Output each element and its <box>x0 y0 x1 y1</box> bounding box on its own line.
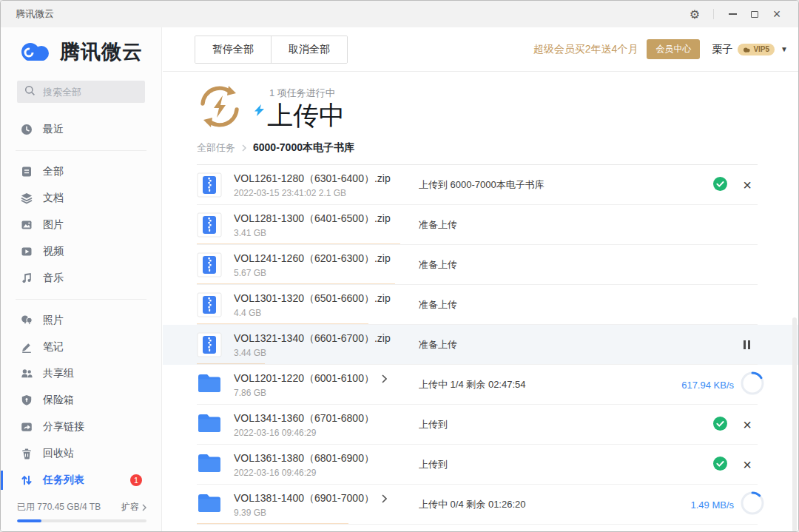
sidebar-item-label: 回收站 <box>43 447 74 460</box>
task-row[interactable]: VOL1241-1260（6201-6300）.zip5.67 GB准备上传 <box>163 245 798 285</box>
remove-task-button[interactable]: × <box>743 457 752 472</box>
task-meta: 2022-03-15 23:41:02 2.1 GB <box>234 188 419 198</box>
storage-expand-link[interactable]: 扩容 <box>121 501 146 514</box>
sidebar-item-recycle-bin[interactable]: 回收站 <box>1 440 161 467</box>
task-row[interactable]: VOL1321-1340（6601-6700）.zip3.44 GB准备上传 <box>163 325 798 365</box>
task-actions-group: 暂停全部 取消全部 <box>195 36 348 64</box>
bolt-icon <box>254 104 264 117</box>
minimize-button[interactable] <box>721 4 744 24</box>
account-dropdown-caret-icon[interactable]: ▼ <box>781 45 788 53</box>
task-row[interactable]: VOL1301-1320（6501-6600）.zip4.4 GB准备上传 <box>163 285 798 325</box>
sidebar-item-all[interactable]: 全部 <box>1 158 161 185</box>
expand-chevron-icon[interactable] <box>382 374 387 383</box>
task-status: 准备上传 <box>419 298 798 312</box>
sidebar-item-share-links[interactable]: 分享链接 <box>1 414 161 440</box>
cancel-all-button[interactable]: 取消全部 <box>271 36 347 63</box>
sidebar-item-label: 全部 <box>43 165 64 178</box>
close-button[interactable]: × <box>766 4 788 24</box>
task-name: VOL1301-1320（6501-6600）.zip <box>234 292 391 306</box>
scrollbar-thumb[interactable] <box>792 317 797 531</box>
sidebar-item-photos[interactable]: 照片 <box>1 307 161 334</box>
sidebar-item-label: 共享组 <box>43 367 74 380</box>
search-icon <box>24 85 36 99</box>
folder-icon <box>197 492 222 517</box>
music-icon <box>20 272 33 285</box>
search-input[interactable] <box>41 86 130 98</box>
task-count-badge: 1 <box>130 474 142 486</box>
pause-all-button[interactable]: 暂停全部 <box>195 36 271 63</box>
task-list: VOL1261-1280（6301-6400）.zip2022-03-15 23… <box>163 165 798 525</box>
sidebar-item-pics[interactable]: 图片 <box>1 212 161 238</box>
sidebar-item-music[interactable]: 音乐 <box>1 265 161 292</box>
task-name: VOL1201-1220（6001-6100） <box>234 372 374 385</box>
task-meta: 9.39 GB <box>234 508 419 518</box>
member-center-button[interactable]: 会员中心 <box>647 39 700 59</box>
vip-promo-link[interactable]: 超级会员买2年送4个月 <box>533 43 638 56</box>
breadcrumb-root[interactable]: 全部任务 <box>197 141 235 155</box>
upload-success-icon <box>713 177 727 194</box>
task-name: VOL1361-1380（6801-6900） <box>234 452 374 465</box>
sidebar-item-label: 保险箱 <box>43 394 74 407</box>
username[interactable]: 栗子 <box>712 43 732 56</box>
sidebar-item-recent[interactable]: 最近 <box>1 116 161 143</box>
expand-chevron-icon[interactable] <box>382 494 387 503</box>
upload-speed: 1.49 MB/s <box>690 499 734 511</box>
storage-panel: 已用 770.45 GB/4 TB 扩容 <box>17 501 146 522</box>
sidebar-item-video[interactable]: 视频 <box>1 238 161 265</box>
task-row[interactable]: VOL1201-1220（6001-6100）7.86 GB上传中 1/4 剩余… <box>163 365 798 405</box>
clock-icon <box>20 124 33 136</box>
sidebar-item-label: 最近 <box>43 123 64 136</box>
task-meta: 3.41 GB <box>234 228 419 238</box>
task-name: VOL1281-1300（6401-6500）.zip <box>234 212 391 226</box>
sidebar-item-share-group[interactable]: 共享组 <box>1 360 161 387</box>
task-row[interactable]: VOL1381-1400（6901-7000）9.39 GB上传中 0/4 剩余… <box>163 485 798 525</box>
task-name: VOL1321-1340（6601-6700）.zip <box>234 332 391 346</box>
task-name: VOL1241-1260（6201-6300）.zip <box>234 252 391 266</box>
settings-gear-icon[interactable]: ⚙ <box>684 4 706 24</box>
sidebar-item-docs[interactable]: 文档 <box>1 185 161 212</box>
progress-hint-bar <box>197 523 348 525</box>
task-row[interactable]: VOL1361-1380（6801-6900）2022-03-16 09:46:… <box>163 445 798 485</box>
vip-badge[interactable]: VIP5 <box>738 44 775 55</box>
zip-file-icon <box>197 172 222 198</box>
app-logo: 腾讯微云 <box>18 38 161 66</box>
task-meta: 4.4 GB <box>234 308 419 318</box>
task-row[interactable]: VOL1341-1360（6701-6800）2022-03-16 09:46:… <box>163 405 798 445</box>
sidebar-item-safe-box[interactable]: 保险箱 <box>1 387 161 414</box>
remove-task-button[interactable]: × <box>743 178 752 192</box>
remove-task-button[interactable]: × <box>743 417 752 432</box>
breadcrumb-current: 6000-7000本电子书库 <box>253 141 354 155</box>
doc-icon <box>20 166 33 178</box>
zip-file-icon <box>197 212 222 238</box>
pause-task-button[interactable] <box>744 340 750 349</box>
task-name: VOL1341-1360（6701-6800） <box>234 412 374 425</box>
chevron-right-icon <box>142 504 146 511</box>
breadcrumb: 全部任务 6000-7000本电子书库 <box>197 141 758 165</box>
sidebar-item-notes[interactable]: 笔记 <box>1 334 161 360</box>
photos-icon <box>20 314 33 327</box>
sidebar-item-label: 笔记 <box>43 340 64 354</box>
task-name-block: VOL1201-1220（6001-6100）7.86 GB <box>234 372 419 398</box>
upload-status-texts: 1 项任务进行中 上传中 <box>254 87 345 130</box>
sidebar-item-task-list[interactable]: 任务列表1 <box>1 467 161 494</box>
upload-sync-icon <box>197 84 243 132</box>
sidebar-item-label: 任务列表 <box>43 474 84 487</box>
vip-cloud-icon <box>743 47 751 53</box>
upload-success-icon <box>713 457 727 474</box>
upload-progress-ring <box>740 371 765 399</box>
task-name-block: VOL1301-1320（6501-6600）.zip4.4 GB <box>234 292 419 318</box>
task-row[interactable]: VOL1261-1280（6301-6400）.zip2022-03-15 23… <box>163 165 798 205</box>
task-row[interactable]: VOL1281-1300（6401-6500）.zip3.41 GB准备上传 <box>163 205 798 245</box>
task-meta: 3.44 GB <box>234 348 419 358</box>
task-meta: 2022-03-16 09:46:29 <box>234 468 419 478</box>
sidebar-item-label: 音乐 <box>43 272 64 285</box>
sidebar-item-label: 文档 <box>43 192 64 205</box>
sidebar-divider <box>16 299 146 300</box>
zip-file-icon <box>197 332 222 357</box>
task-name-block: VOL1341-1360（6701-6800）2022-03-16 09:46:… <box>234 412 419 438</box>
search-box[interactable] <box>17 81 145 103</box>
maximize-button[interactable] <box>744 4 766 24</box>
sidebar-item-label: 图片 <box>43 218 64 232</box>
layers-icon <box>20 192 33 205</box>
task-name: VOL1261-1280（6301-6400）.zip <box>234 172 391 186</box>
